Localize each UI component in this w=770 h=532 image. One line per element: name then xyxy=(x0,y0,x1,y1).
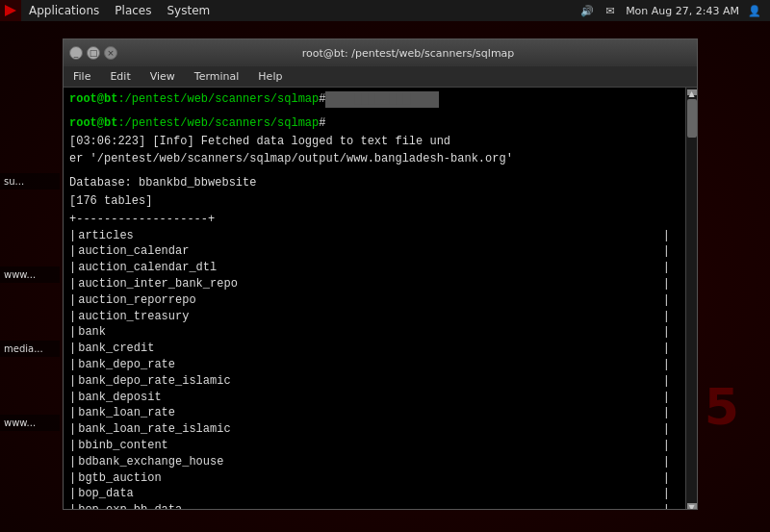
svg-marker-9 xyxy=(5,5,16,16)
table-row-bdbank: |bdbank_exchange_house| xyxy=(69,454,680,470)
term-menu-terminal[interactable]: Terminal xyxy=(185,68,249,85)
scroll-down[interactable]: ▼ xyxy=(687,503,697,509)
term-menu-file[interactable]: File xyxy=(64,68,100,85)
menu-applications[interactable]: Applications xyxy=(21,0,107,21)
table-row-bank-credit: |bank_credit| xyxy=(69,341,680,357)
table-row-bank: |bank| xyxy=(69,324,680,341)
scroll-up[interactable]: ▲ xyxy=(687,89,697,95)
terminal-scrollbar[interactable]: ▲ ▼ xyxy=(685,88,697,509)
user-icon[interactable]: 👤 xyxy=(747,3,762,18)
divider-line: +-------------------+ xyxy=(69,212,680,228)
db-name-line: Database: bbankbd_bbwebsite xyxy=(69,175,680,191)
terminal-title: root@bt: /pentest/web/scanners/sqlmap xyxy=(125,47,691,60)
table-row-bank-depo-rate: |bank_depo_rate| xyxy=(69,357,680,373)
terminal-window: _ □ × root@bt: /pentest/web/scanners/sql… xyxy=(63,38,698,510)
table-count-line: [176 tables] xyxy=(69,193,680,210)
table-row-bgtb: |bgtb_auction| xyxy=(69,470,680,487)
term-menu-edit[interactable]: Edit xyxy=(100,68,140,85)
sidebar-item-su[interactable]: su... xyxy=(0,173,60,190)
desktop: back | track 5 Applications Places Syste… xyxy=(0,0,770,532)
table-row-articles: |articles| xyxy=(69,228,680,244)
menu-system[interactable]: System xyxy=(159,0,218,21)
terminal-titlebar: _ □ × root@bt: /pentest/web/scanners/sql… xyxy=(64,39,697,66)
email-icon[interactable]: ✉ xyxy=(603,3,618,18)
table-row-auction-calendar: |auction_calendar| xyxy=(69,243,680,260)
info-line-1: [03:06:223] [Info] Fetched data logged t… xyxy=(69,134,680,150)
term-menu-view[interactable]: View xyxy=(141,68,185,85)
top-menubar: Applications Places System 🔊 ✉ Mon Aug 2… xyxy=(0,0,770,21)
scroll-thumb[interactable] xyxy=(687,99,697,138)
terminal-line-1: root@bt:/pentest/web/scanners/sqlmap# ██… xyxy=(69,91,680,108)
table-row-bank-depo-rate-islamic: |bank_depo_rate_islamic| xyxy=(69,373,680,390)
table-row-auction-reporrepo: |auction_reporrepo| xyxy=(69,292,680,309)
term-menu-help[interactable]: Help xyxy=(248,68,292,85)
table-row-bop-exp-bb: |bop_exp_bb_data| xyxy=(69,502,680,509)
maximize-button[interactable]: □ xyxy=(87,46,100,60)
table-row-bank-loan-rate-islamic: |bank_loan_rate_islamic| xyxy=(69,421,680,438)
table-row-bank-deposit: |bank_deposit| xyxy=(69,390,680,406)
sidebar-item-www1[interactable]: www... xyxy=(0,266,60,283)
system-tray: 🔊 ✉ Mon Aug 27, 2:43 AM 👤 xyxy=(579,3,770,18)
table-row-auction-inter: |auction_inter_bank_repo| xyxy=(69,276,680,292)
close-button[interactable]: × xyxy=(104,46,117,60)
terminal-line-2: root@bt:/pentest/web/scanners/sqlmap# xyxy=(69,115,680,132)
table-row-bbinb: |bbinb_content| xyxy=(69,438,680,454)
datetime-display: Mon Aug 27, 2:43 AM xyxy=(626,5,739,17)
terminal-output: root@bt:/pentest/web/scanners/sqlmap# ██… xyxy=(64,88,685,509)
obscured-cmd: ████████ xyxy=(325,91,439,108)
sidebar-item-www2[interactable]: www... xyxy=(0,415,60,431)
terminal-menubar: File Edit View Terminal Help xyxy=(64,66,697,88)
table-row-auction-treasury: |auction_treasury| xyxy=(69,309,680,325)
table-row-auction-calendar-dtl: |auction_calendar_dtl| xyxy=(69,260,680,276)
bt-logo[interactable] xyxy=(0,0,21,21)
info-line-2: er '/pentest/web/scanners/sqlmap/output/… xyxy=(69,151,680,167)
prompt-1: root@bt xyxy=(69,91,117,108)
table-row-bank-loan-rate: |bank_loan_rate| xyxy=(69,405,680,421)
sidebar-item-media[interactable]: media... xyxy=(0,341,60,357)
sidebar-tasks: su... www... media... www... xyxy=(0,173,60,431)
volume-icon[interactable]: 🔊 xyxy=(579,3,595,18)
table-row-bop-data: |bop_data| xyxy=(69,486,680,502)
minimize-button[interactable]: _ xyxy=(69,46,83,60)
menu-places[interactable]: Places xyxy=(107,0,159,21)
terminal-body[interactable]: root@bt:/pentest/web/scanners/sqlmap# ██… xyxy=(64,88,697,509)
